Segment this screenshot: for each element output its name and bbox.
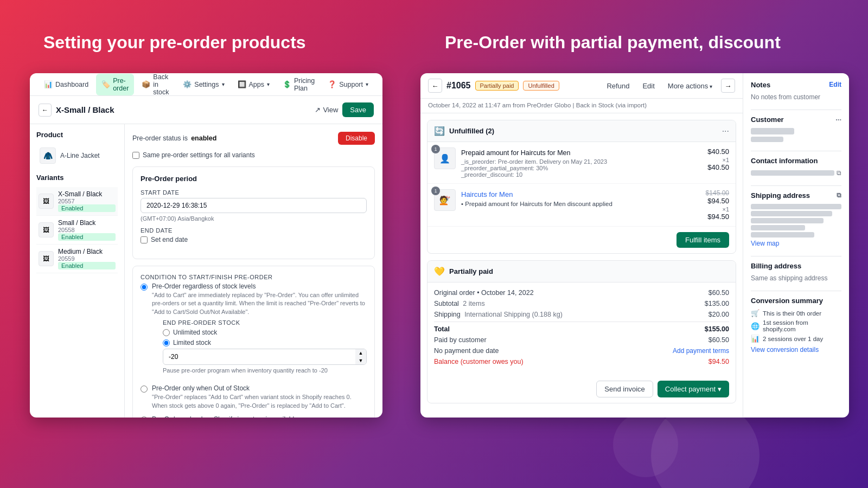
- contact-email-row: ⧉: [751, 169, 841, 177]
- billing-title: Billing address: [751, 262, 841, 270]
- variant-id-xsmall: 20557: [58, 198, 116, 204]
- addr-line-5: [751, 232, 814, 237]
- copy-address-button[interactable]: ⧉: [837, 191, 841, 200]
- item-qty-price-2: ×1: [706, 206, 729, 213]
- send-invoice-button[interactable]: Send invoice: [596, 381, 653, 397]
- variant-name-xsmall: X-Small / Black: [58, 190, 116, 198]
- next-order-button[interactable]: →: [721, 79, 735, 93]
- unlimited-label: Unlimited stock: [173, 329, 217, 336]
- product-section-title: Product: [36, 131, 118, 139]
- contact-section: Contact information ⧉: [751, 157, 841, 177]
- fulfillment-more-button[interactable]: ···: [722, 126, 729, 136]
- total-label: Total: [434, 325, 450, 333]
- original-order-label: Original order • October 14, 2022: [434, 289, 534, 297]
- stepper-down[interactable]: ▼: [355, 357, 366, 364]
- order-main: ← #1065 Partially paid Unfulfilled Refun…: [420, 73, 743, 418]
- nav-back-in-stock[interactable]: 📦 Back in stock: [136, 73, 175, 99]
- billing-section: Billing address Same as shipping address: [751, 262, 841, 282]
- nav-apps[interactable]: 🔲 Apps ▾: [232, 77, 276, 92]
- same-settings-checkbox[interactable]: [132, 152, 139, 159]
- start-date-hint: (GMT+07:00) Asia/Bangkok: [141, 215, 367, 222]
- email-blurred: [751, 170, 834, 176]
- total-amount: $155.00: [705, 325, 729, 333]
- copy-email-button[interactable]: ⧉: [837, 169, 841, 177]
- view-map-link[interactable]: View map: [751, 240, 841, 247]
- conversion-title-text: Conversion summary: [751, 297, 823, 305]
- prev-order-button[interactable]: ←: [428, 79, 442, 93]
- edit-button[interactable]: Edit: [638, 80, 659, 92]
- chart-icon: 📊: [751, 335, 760, 343]
- fulfill-items-button[interactable]: Fulfill items: [676, 232, 729, 248]
- option-oos-desc: "Pre-Order" replaces "Add to Cart" when …: [152, 393, 367, 410]
- radio-regardless[interactable]: [141, 284, 148, 291]
- support-icon: ❓: [328, 80, 336, 88]
- period-section: Pre-Order period START DATE (GMT+07:00) …: [132, 166, 375, 259]
- conversion-text-2: 2 sessions over 1 day: [763, 336, 823, 342]
- stepper-up[interactable]: ▲: [355, 349, 366, 357]
- stock-value-input[interactable]: [163, 350, 355, 363]
- view-button[interactable]: ↗ View: [315, 106, 338, 114]
- option-regardless-desc: "Add to Cart" are immediately replaced b…: [152, 291, 367, 316]
- globe-icon: 🌐: [751, 322, 760, 330]
- refund-button[interactable]: Refund: [602, 80, 634, 92]
- nav-dashboard[interactable]: 📊 Dashboard: [39, 77, 94, 92]
- nav-preorder[interactable]: 🏷️ Pre-order: [96, 74, 134, 95]
- radio-available[interactable]: [141, 416, 148, 418]
- subtotal-row: Subtotal 2 items $135.00: [434, 300, 729, 307]
- shipping-address: [751, 204, 841, 237]
- disable-button[interactable]: Disable: [338, 132, 375, 145]
- variants-section-title: Variants: [36, 174, 118, 182]
- nav-pricing[interactable]: 💲 Pricing Plan: [277, 74, 320, 95]
- balance-amount: $94.50: [709, 358, 729, 365]
- customer-title-row: Customer ···: [751, 115, 841, 124]
- settings-icon: ⚙️: [183, 80, 192, 88]
- back-button[interactable]: ←: [39, 104, 52, 117]
- save-button[interactable]: Save: [342, 102, 374, 117]
- variant-name-small: Small / Black: [58, 219, 116, 227]
- stock-stepper[interactable]: ▲ ▼: [355, 349, 366, 364]
- end-stock-label: End pre-order stock: [163, 319, 367, 326]
- customer-title: Customer: [751, 115, 784, 124]
- nav-settings[interactable]: ⚙️ Settings ▾: [177, 77, 229, 92]
- payment-header: 💛 Partially paid: [427, 261, 736, 282]
- start-date-label: START DATE: [141, 189, 367, 196]
- radio-out-of-stock[interactable]: [141, 386, 148, 393]
- item-qty-badge-1: 1: [431, 145, 440, 153]
- variant-badge-small: Enabled: [58, 233, 116, 241]
- more-actions-button[interactable]: More actions: [663, 80, 717, 92]
- payment-title: Partially paid: [449, 267, 493, 275]
- item-qty-price-1: ×1: [707, 157, 729, 163]
- collect-label: Collect payment: [665, 385, 716, 393]
- nav-support[interactable]: ❓ Support ▾: [322, 77, 374, 92]
- variant-item-medium[interactable]: 🖼 Medium / Black 20559 Enabled: [36, 245, 118, 273]
- shipping-section: Shipping address ⧉ View map: [751, 191, 841, 247]
- variant-info-xsmall: X-Small / Black 20557 Enabled: [58, 190, 116, 212]
- variant-item-small[interactable]: 🖼 Small / Black 20558 Enabled: [36, 216, 118, 245]
- item-name-1: Prepaid amount for Haircuts for Men: [461, 149, 570, 157]
- divider-2: [751, 151, 841, 151]
- variant-thumb-xsmall: 🖼: [39, 194, 54, 209]
- subtotal-label: Subtotal 2 items: [434, 300, 485, 307]
- paid-amount: $60.50: [709, 336, 729, 344]
- radio-unlimited[interactable]: [163, 329, 170, 336]
- view-conversion-link[interactable]: View conversion details: [751, 346, 841, 354]
- customer-more-button[interactable]: ···: [835, 115, 841, 124]
- notes-edit-link[interactable]: Edit: [829, 81, 841, 89]
- total-row: Total $155.00: [434, 322, 729, 333]
- variant-item-xsmall[interactable]: 🖼 X-Small / Black 20557 Enabled: [36, 187, 118, 216]
- preorder-icon: 🏷️: [101, 80, 110, 88]
- period-title: Pre-Order period: [141, 175, 367, 183]
- settings-arrow: ▾: [222, 81, 225, 87]
- variant-thumb-medium: 🖼: [39, 251, 54, 266]
- start-date-input[interactable]: [141, 198, 367, 213]
- radio-limited[interactable]: [163, 339, 170, 346]
- set-end-date-checkbox[interactable]: [141, 236, 148, 243]
- collect-payment-button[interactable]: Collect payment ▾: [658, 381, 729, 397]
- end-date-label: END DATE: [141, 227, 367, 234]
- item-link-2[interactable]: Haircuts for Men: [461, 190, 513, 198]
- variant-id-small: 20558: [58, 227, 116, 233]
- balance-label: Balance (customer owes you): [434, 358, 524, 365]
- apps-arrow: ▾: [267, 81, 270, 87]
- original-order-row: Original order • October 14, 2022 $60.50: [434, 289, 729, 297]
- add-payment-link[interactable]: Add payment terms: [673, 347, 729, 355]
